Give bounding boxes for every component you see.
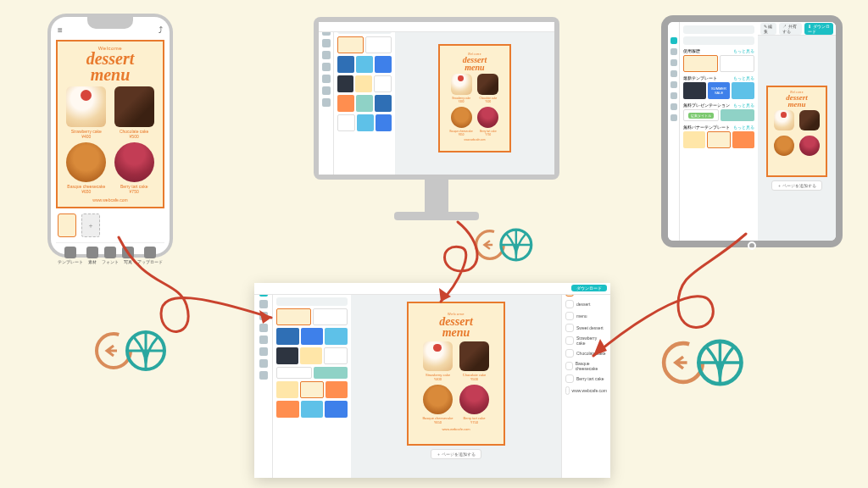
- template-thumb[interactable]: [337, 114, 355, 131]
- rail-icon[interactable]: [322, 98, 331, 107]
- download-button[interactable]: ⬇ ダウンロード: [804, 23, 833, 35]
- rail-icon[interactable]: [259, 336, 268, 344]
- tt[interactable]: [325, 328, 348, 345]
- menu-icon[interactable]: ≡: [58, 25, 63, 35]
- rail-icon[interactable]: [670, 81, 677, 88]
- template-search[interactable]: [683, 25, 754, 34]
- rail-icon[interactable]: [259, 324, 268, 332]
- tt[interactable]: [276, 367, 312, 379]
- template-thumb[interactable]: SUMMER SALE: [708, 82, 731, 99]
- edit-button[interactable]: ✎ 編集: [760, 23, 776, 35]
- rail-icon[interactable]: [259, 312, 268, 320]
- menu-flyer[interactable]: Welcome dessertmenu Strawberry cake¥400 …: [438, 44, 511, 152]
- template-thumb[interactable]: [365, 36, 392, 53]
- rail-icon[interactable]: [322, 51, 331, 59]
- rail-icon[interactable]: [322, 39, 331, 47]
- template-thumb[interactable]: [313, 308, 348, 325]
- layer-row[interactable]: Chocolate cake: [565, 347, 607, 359]
- add-page-button[interactable]: ＋: [81, 214, 100, 237]
- template-thumb[interactable]: [357, 114, 373, 131]
- tt[interactable]: [325, 401, 348, 418]
- tt[interactable]: [301, 328, 324, 345]
- editor-canvas[interactable]: Welcome dessertmenu ＋ ページを追加する: [758, 36, 836, 241]
- template-thumb[interactable]: [732, 82, 754, 99]
- tt[interactable]: [326, 381, 348, 398]
- template-thumb[interactable]: [683, 131, 705, 148]
- more-link[interactable]: もっと見る: [733, 75, 754, 80]
- home-button[interactable]: [748, 241, 756, 250]
- tt[interactable]: [300, 347, 322, 364]
- rail-icon[interactable]: [670, 92, 677, 99]
- tt[interactable]: [276, 381, 298, 398]
- template-thumb[interactable]: [376, 114, 392, 131]
- template-thumb[interactable]: [732, 131, 754, 148]
- template-thumb[interactable]: [356, 56, 373, 73]
- add-page-button[interactable]: ＋ ページを追加する: [771, 180, 822, 191]
- rail-icon[interactable]: [259, 371, 268, 380]
- more-link[interactable]: もっと見る: [733, 48, 754, 53]
- menu-flyer[interactable]: Welcome dessert menu Strawberry cake¥400…: [56, 40, 164, 208]
- tool-font[interactable]: フォント: [102, 247, 119, 264]
- rail-icon[interactable]: [322, 86, 331, 95]
- menu-flyer[interactable]: Welcome dessertmenu Strawberry cake¥400 …: [407, 302, 505, 446]
- rail-icon[interactable]: [259, 359, 268, 368]
- template-thumb[interactable]: [356, 95, 373, 112]
- tool-elements[interactable]: 素材: [86, 247, 98, 264]
- tool-upload[interactable]: アップロード: [137, 247, 163, 264]
- tt[interactable]: [314, 367, 348, 379]
- template-thumb[interactable]: [337, 36, 364, 53]
- section-title: 使用履歴: [683, 48, 700, 53]
- download-button[interactable]: ダウンロード: [571, 285, 607, 291]
- rail-icon[interactable]: [670, 103, 677, 110]
- tt[interactable]: [276, 328, 299, 345]
- export-icon[interactable]: ⤴: [159, 25, 163, 35]
- slide-thumb[interactable]: 提案タイトル: [683, 109, 719, 121]
- layer-row[interactable]: Berry tart cake: [565, 373, 607, 385]
- page-thumb-1[interactable]: [58, 214, 76, 237]
- template-thumb[interactable]: [337, 75, 353, 92]
- layer-row[interactable]: Strawberry cake: [565, 334, 607, 347]
- template-thumb[interactable]: [375, 56, 392, 73]
- tt[interactable]: [276, 347, 298, 364]
- more-link[interactable]: もっと見る: [733, 103, 754, 108]
- rail-icon[interactable]: [259, 347, 268, 356]
- template-thumb[interactable]: [337, 95, 354, 112]
- tool-templates[interactable]: テンプレート: [58, 247, 83, 264]
- tt[interactable]: [324, 347, 348, 364]
- template-thumb[interactable]: [276, 308, 311, 325]
- layer-row[interactable]: Sweet dessert: [565, 322, 607, 334]
- rail-icon[interactable]: [259, 300, 268, 308]
- layer-row[interactable]: Basque cheesecake: [565, 359, 607, 373]
- template-thumb[interactable]: [683, 82, 706, 99]
- rail-icon[interactable]: [670, 48, 677, 55]
- layer-row[interactable]: dessert: [565, 298, 607, 310]
- rail-icon[interactable]: [322, 63, 331, 71]
- tt[interactable]: [301, 401, 324, 418]
- slide-thumb[interactable]: [721, 109, 754, 121]
- tool-photo[interactable]: 写真: [122, 247, 134, 264]
- more-link[interactable]: もっと見る: [733, 125, 754, 130]
- layer-row[interactable]: menu: [565, 310, 607, 322]
- rail-icon[interactable]: [670, 114, 677, 121]
- template-thumb[interactable]: [683, 55, 718, 72]
- layer-row[interactable]: www.webcafe.com: [565, 385, 607, 396]
- keyword-search[interactable]: [683, 36, 754, 45]
- template-thumb[interactable]: [337, 56, 354, 73]
- share-button[interactable]: ↗ 共有する: [779, 23, 802, 35]
- logo-icon[interactable]: [670, 37, 677, 44]
- editor-canvas[interactable]: Welcome dessertmenu Strawberry cake¥400 …: [395, 22, 554, 175]
- editor-canvas[interactable]: Welcome dessertmenu Strawberry cake¥400 …: [351, 283, 561, 478]
- tt[interactable]: [276, 401, 299, 418]
- rail-icon[interactable]: [670, 70, 677, 77]
- rail-icon[interactable]: [322, 75, 331, 83]
- rail-icon[interactable]: [670, 59, 677, 66]
- tt[interactable]: [300, 381, 324, 398]
- keyword-input[interactable]: [276, 297, 348, 306]
- template-thumb[interactable]: [707, 131, 731, 148]
- template-thumb[interactable]: [374, 75, 392, 92]
- template-thumb[interactable]: [720, 55, 754, 72]
- template-thumb[interactable]: [355, 75, 371, 92]
- template-thumb[interactable]: [375, 95, 392, 112]
- menu-flyer[interactable]: Welcome dessertmenu: [766, 86, 827, 177]
- add-page-button[interactable]: ＋ ページを追加する: [431, 449, 481, 459]
